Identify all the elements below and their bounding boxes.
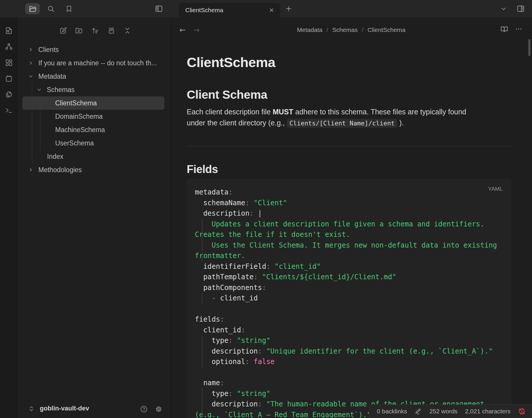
code-line xyxy=(195,304,511,314)
daily-note-button[interactable] xyxy=(4,73,14,83)
indent-guide xyxy=(202,229,202,240)
panel-right-icon xyxy=(517,5,525,13)
help-button[interactable] xyxy=(138,403,149,415)
code-token: "Client" xyxy=(254,199,287,207)
indent-guide xyxy=(202,293,202,304)
code-token: name xyxy=(195,379,220,387)
tree-item-label: Metadata xyxy=(38,73,66,80)
code-line: Uses the Client Schema. It merges new no… xyxy=(195,240,511,251)
bookmarks-pane-button[interactable] xyxy=(62,3,76,14)
backlinks-count[interactable]: 0 backlinks xyxy=(377,408,407,415)
tree-item-index[interactable]: Index xyxy=(22,150,164,163)
sort-icon xyxy=(91,27,99,35)
breadcrumb-separator: / xyxy=(326,26,328,33)
indent-guide xyxy=(202,219,202,230)
tree-item-machineschema[interactable]: MachineSchema xyxy=(22,123,164,136)
chevron-down-icon[interactable] xyxy=(27,73,35,80)
view-options-icon xyxy=(107,27,115,35)
reading-mode-button[interactable] xyxy=(498,23,511,35)
tree-item-metadata[interactable]: Metadata xyxy=(22,70,164,83)
code-token: : xyxy=(229,188,233,196)
code-token: false xyxy=(254,358,274,366)
indent-guide xyxy=(202,399,202,410)
code-token: - xyxy=(195,294,220,302)
breadcrumb-item[interactable]: Metadata xyxy=(297,26,323,33)
code-token: : xyxy=(241,326,245,334)
code-token: description xyxy=(195,347,258,355)
tree-item-userschema[interactable]: UserSchema xyxy=(22,136,164,150)
code-token: identifierField xyxy=(195,262,266,271)
tab-title: ClientSchema xyxy=(185,7,268,14)
code-line: pathComponents: xyxy=(195,282,511,293)
code-line: frontmatter. xyxy=(195,251,511,261)
text: ). xyxy=(397,119,404,127)
forward-arrow-icon[interactable]: → xyxy=(193,26,200,34)
terminal-button[interactable] xyxy=(4,105,14,115)
calendar-icon xyxy=(5,75,13,82)
chevron-right-icon[interactable] xyxy=(27,59,35,67)
scrollbar-thumb[interactable] xyxy=(528,39,531,56)
code-token: fields xyxy=(195,315,220,323)
breadcrumb-item[interactable]: ClientSchema xyxy=(368,26,406,33)
vault-switcher-icon[interactable] xyxy=(28,405,35,412)
tab-close-icon[interactable] xyxy=(268,7,275,14)
indent-guide xyxy=(202,388,202,399)
text: adhere to this schema. These files are t… xyxy=(293,108,466,116)
tree-item-schemas[interactable]: Schemas xyxy=(22,83,164,96)
new-tab-button[interactable] xyxy=(282,3,295,14)
code-token: : xyxy=(229,336,233,345)
status-bar: 0 backlinks 252 words 2,021 characters xyxy=(369,404,532,418)
code-line: optional: false xyxy=(195,356,511,367)
tree-item-domainschema[interactable]: DomainSchema xyxy=(22,110,164,123)
sync-off-icon[interactable] xyxy=(518,408,526,415)
new-note-icon xyxy=(59,27,67,35)
code-token xyxy=(249,199,254,207)
divider xyxy=(187,146,511,146)
quick-switcher-button[interactable] xyxy=(4,26,14,35)
left-sidebar-toggle-button[interactable] xyxy=(152,3,166,14)
code-token xyxy=(249,358,254,366)
files-pane-button[interactable] xyxy=(25,3,40,14)
text: under the client directory (e.g., xyxy=(187,119,287,127)
tree-item-if-you-are-a-machine-do-not-touch-th[interactable]: If you are a machine -- do not touch th.… xyxy=(22,56,164,70)
tree-indent-guide xyxy=(32,83,32,164)
chevron-right-icon[interactable] xyxy=(27,46,35,53)
back-arrow-icon[interactable]: ← xyxy=(179,26,186,34)
code-token: frontmatter. xyxy=(195,252,245,260)
vault-name[interactable]: goblin-vault-dev xyxy=(40,405,89,412)
sort-order-button[interactable] xyxy=(89,25,100,36)
chevron-down-icon[interactable] xyxy=(35,86,43,93)
edit-indicator-icon[interactable] xyxy=(415,408,422,415)
code-token: Creates the file if it doesn't exist. xyxy=(195,230,350,239)
new-folder-button[interactable] xyxy=(73,25,84,36)
tree-item-clients[interactable]: Clients xyxy=(22,43,164,56)
chevron-right-icon[interactable] xyxy=(27,166,35,174)
right-sidebar-toggle-button[interactable] xyxy=(513,3,528,14)
collapse-all-button[interactable] xyxy=(122,25,133,36)
code-token: : xyxy=(220,379,224,387)
tab-list-dropdown-button[interactable] xyxy=(497,3,510,14)
left-ribbon xyxy=(0,17,17,418)
new-note-button[interactable] xyxy=(57,25,69,36)
view-options-button[interactable] xyxy=(106,25,117,36)
code-token xyxy=(262,400,266,408)
yaml-code-block: YAML metadata: schemaName: "Client" desc… xyxy=(187,179,511,418)
breadcrumb-item[interactable]: Schemas xyxy=(332,26,358,33)
code-token xyxy=(233,390,237,398)
canvas-button[interactable] xyxy=(4,57,14,67)
bookmark-icon xyxy=(65,5,73,12)
code-token: type xyxy=(195,390,229,398)
canvas-icon xyxy=(5,59,13,66)
code-token: type xyxy=(195,336,229,345)
graph-view-button[interactable] xyxy=(4,42,14,51)
search-pane-button[interactable] xyxy=(44,3,58,14)
templates-button[interactable] xyxy=(4,89,14,99)
tab-clientschema[interactable]: ClientSchema xyxy=(179,3,280,17)
tree-item-label: DomainSchema xyxy=(55,113,103,120)
indent-guide xyxy=(202,410,202,418)
more-options-button[interactable] xyxy=(512,23,525,35)
tree-item-methodologies[interactable]: Methodologies xyxy=(22,163,164,176)
tree-item-clientschema[interactable]: ClientSchema xyxy=(22,96,164,110)
settings-button[interactable] xyxy=(153,403,164,415)
bold-text: MUST xyxy=(273,108,293,116)
